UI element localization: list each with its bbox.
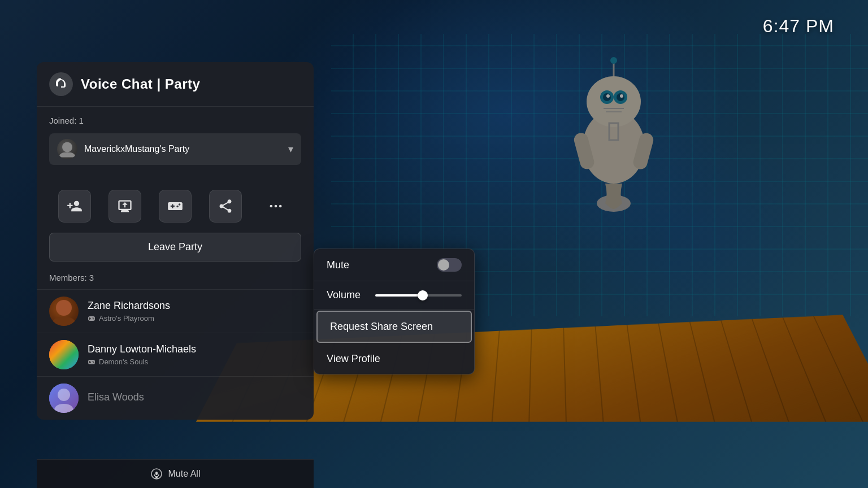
mute-all-label[interactable]: Mute All xyxy=(168,469,201,479)
party-avatar xyxy=(57,139,77,159)
member-game-text-danny: Demon's Souls xyxy=(99,358,148,366)
member-name-elisa: Elisa Woods xyxy=(88,391,301,403)
game-share-button[interactable] xyxy=(159,190,192,223)
chevron-down-icon: ▾ xyxy=(288,143,293,155)
screen-share-icon xyxy=(117,198,133,214)
view-profile-item[interactable]: View Profile xyxy=(314,344,474,374)
member-game-zane: Astro's Playroom xyxy=(88,314,301,323)
member-avatar-elisa xyxy=(49,384,79,413)
context-menu: Mute Volume Request Share Screen View Pr… xyxy=(314,249,475,374)
volume-slider[interactable] xyxy=(375,294,462,297)
svg-point-16 xyxy=(62,142,72,152)
svg-point-31 xyxy=(93,361,94,363)
member-avatar-danny xyxy=(49,340,79,369)
mute-menu-item[interactable]: Mute xyxy=(314,249,474,281)
party-selector[interactable]: MaverickxMustang's Party ▾ xyxy=(49,133,301,165)
leave-party-button[interactable]: Leave Party xyxy=(49,233,301,262)
svg-rect-26 xyxy=(49,340,79,369)
svg-rect-23 xyxy=(89,318,91,319)
mute-label: Mute xyxy=(327,259,349,271)
svg-point-18 xyxy=(275,205,277,208)
volume-label: Volume xyxy=(327,289,366,301)
share-play-icon xyxy=(218,198,233,214)
view-profile-label: View Profile xyxy=(327,353,380,365)
member-name-danny: Danny Lowton-Michaels xyxy=(88,343,301,355)
member-game-text-zane: Astro's Playroom xyxy=(99,314,154,323)
more-options-button[interactable] xyxy=(259,190,292,223)
member-elisa[interactable]: Elisa Woods xyxy=(37,376,314,420)
panel-header: Voice Chat | Party xyxy=(37,62,314,107)
mute-all-icon xyxy=(150,468,163,480)
time-display: 6:47 PM xyxy=(763,16,834,37)
member-info-zane: Zane Richardsons Astro's Playroom xyxy=(88,300,301,323)
member-game-danny: Demon's Souls xyxy=(88,358,301,366)
bottom-bar: Mute All xyxy=(37,459,314,488)
request-share-screen-item[interactable]: Request Share Screen xyxy=(316,311,472,343)
members-label: Members: 3 xyxy=(37,273,314,289)
svg-point-17 xyxy=(270,205,273,208)
svg-rect-29 xyxy=(89,361,91,363)
more-icon xyxy=(268,198,284,214)
share-play-button[interactable] xyxy=(209,190,242,223)
request-share-screen-label: Request Share Screen xyxy=(330,321,433,333)
volume-menu-item: Volume xyxy=(314,281,474,310)
mute-toggle[interactable] xyxy=(437,258,462,272)
svg-point-24 xyxy=(93,317,94,319)
member-info-elisa: Elisa Woods xyxy=(88,391,301,406)
elisa-avatar-img xyxy=(49,384,79,413)
party-avatar-img xyxy=(57,139,77,159)
member-zane[interactable]: Zane Richardsons Astro's Playroom xyxy=(37,289,314,333)
member-danny[interactable]: Danny Lowton-Michaels Demon's Souls xyxy=(37,333,314,376)
svg-point-19 xyxy=(279,205,282,208)
panel-title: Voice Chat | Party xyxy=(81,76,200,92)
svg-point-1 xyxy=(587,76,641,127)
headset-svg xyxy=(54,77,68,91)
svg-point-11 xyxy=(610,57,617,64)
svg-point-33 xyxy=(58,389,70,401)
action-buttons-row xyxy=(37,185,314,233)
member-avatar-zane xyxy=(49,297,79,326)
svg-point-20 xyxy=(56,300,72,316)
volume-thumb[interactable] xyxy=(418,290,428,300)
zane-avatar-img xyxy=(49,297,79,326)
controller-icon-danny xyxy=(88,358,96,366)
voice-chat-icon xyxy=(49,72,73,96)
svg-point-6 xyxy=(606,94,610,98)
add-friend-icon xyxy=(67,198,83,214)
member-name-zane: Zane Richardsons xyxy=(88,300,301,312)
volume-fill xyxy=(375,294,423,297)
game-share-icon xyxy=(167,198,183,214)
svg-point-25 xyxy=(93,318,94,319)
add-friend-button[interactable] xyxy=(58,190,91,223)
controller-icon-zane xyxy=(88,315,96,323)
danny-avatar-img xyxy=(49,340,79,369)
side-panel: Voice Chat | Party Joined: 1 MaverickxMu… xyxy=(37,62,314,420)
member-info-danny: Danny Lowton-Michaels Demon's Souls xyxy=(88,343,301,366)
svg-point-7 xyxy=(620,94,623,98)
party-name: MaverickxMustang's Party xyxy=(84,144,288,154)
toggle-knob xyxy=(438,259,449,271)
screen-share-button[interactable] xyxy=(108,190,141,223)
svg-rect-35 xyxy=(155,472,158,475)
robot-character xyxy=(529,34,755,260)
joined-label: Joined: 1 xyxy=(49,116,301,125)
panel-content: Joined: 1 MaverickxMustang's Party ▾ xyxy=(37,107,314,185)
svg-point-30 xyxy=(93,361,94,362)
